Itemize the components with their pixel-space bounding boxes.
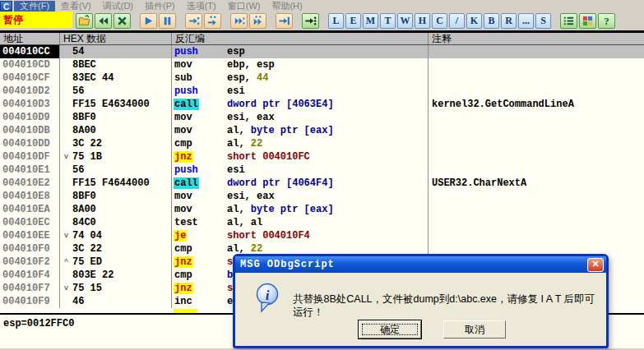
disasm-cell: moval, byte ptr [eax] — [172, 203, 429, 216]
menu-item-6[interactable]: 帮助(H) — [266, 1, 308, 12]
panel-button-E[interactable]: E — [345, 13, 361, 29]
table-row[interactable]: 004010DFv75 1Bjnzshort 004010FC — [0, 150, 644, 163]
menu-item-5[interactable]: 窗口(W) — [222, 1, 266, 12]
header-address[interactable]: 地址 — [0, 33, 60, 44]
table-row[interactable]: 004010CC54pushesp — [0, 45, 644, 58]
close-process-button[interactable] — [114, 13, 131, 29]
comment-cell — [429, 137, 644, 150]
cancel-button[interactable]: 取消 — [443, 320, 506, 338]
disasm-cell: jeshort 004010F4 — [172, 229, 429, 242]
header-disassembly[interactable]: 反汇编 — [172, 33, 429, 44]
comment-cell — [429, 58, 644, 71]
animate-into-button[interactable] — [230, 13, 248, 29]
hex-cell: 8BEC — [60, 58, 172, 71]
comment-cell: kernel32.GetCommandLineA — [429, 98, 644, 111]
hex-cell: 803E 22 — [60, 269, 172, 282]
jump-arrow-icon — [60, 98, 72, 111]
step-over-button[interactable] — [204, 13, 221, 29]
disasm-cell: pushesi — [172, 163, 429, 177]
go-to-address-button[interactable] — [302, 13, 319, 29]
operand: short 004010FC — [227, 150, 310, 163]
operand: al, — [227, 203, 251, 216]
comment-cell — [429, 163, 644, 177]
hex-cell: 46 — [60, 295, 172, 308]
operand: dword ptr [4064F4] — [227, 177, 334, 190]
jump-arrow-icon — [60, 295, 72, 308]
jump-arrow-icon — [60, 177, 72, 190]
panel-button-dots[interactable]: / — [449, 13, 465, 29]
panel-button-R[interactable]: R — [501, 13, 517, 29]
comment-cell — [429, 190, 644, 203]
panel-button-W[interactable]: W — [397, 13, 413, 29]
disasm-cell: moval, byte ptr [eax] — [172, 124, 429, 137]
operand: al, al — [227, 216, 262, 229]
table-row[interactable]: 004010DB8A00moval, byte ptr [eax] — [0, 124, 644, 137]
step-into-button[interactable] — [185, 13, 202, 29]
table-row[interactable]: 004010E156pushesi — [0, 163, 644, 177]
panel-button-C[interactable]: C — [432, 13, 447, 29]
address-cell: 004010F0 — [0, 242, 60, 256]
panel-button-T[interactable]: T — [380, 13, 396, 29]
header-comment[interactable]: 注释 — [429, 33, 644, 44]
table-row[interactable]: 004010E2FF15 F4644000calldword ptr [4064… — [0, 177, 644, 190]
operand: byte ptr [eax] — [251, 203, 334, 216]
table-row[interactable]: 004010CD8BECmovebp, esp — [0, 58, 644, 71]
mnemonic-text: mov — [174, 59, 193, 71]
close-icon[interactable]: ✕ — [587, 258, 604, 272]
operand: al, — [227, 124, 251, 137]
disasm-cell: cmpal, 22 — [172, 137, 429, 150]
open-file-button[interactable] — [76, 13, 93, 29]
jump-arrow-icon: ^ — [60, 256, 72, 269]
panel-button-H[interactable]: H — [415, 13, 430, 29]
menu-item-4[interactable]: 选项(T) — [181, 1, 222, 12]
table-row[interactable]: 004010D3FF15 E4634000calldword ptr [4063… — [0, 98, 644, 111]
help-button[interactable]: ? — [598, 13, 615, 29]
hex-bytes: 75 15 — [72, 282, 102, 295]
mnemonic-text: je — [174, 230, 187, 242]
dialog-title-bar[interactable]: MSG ODbgScript ✕ — [235, 256, 606, 273]
address-cell: 004010D9 — [0, 111, 60, 124]
hex-bytes: 8A00 — [72, 203, 96, 216]
hex-cell: v75 15 — [60, 282, 172, 295]
hex-cell: 54 — [60, 45, 172, 58]
animate-over-button[interactable] — [249, 13, 266, 29]
pause-button[interactable] — [159, 13, 176, 29]
panel-button-M[interactable]: M — [363, 13, 378, 29]
table-row[interactable]: 004010EC84C0testal, al — [0, 216, 644, 229]
table-row[interactable]: 004010EEv74 04jeshort 004010F4 — [0, 229, 644, 242]
cpu-window-icon[interactable]: C — [0, 1, 12, 12]
menu-item-3[interactable]: 插件(P) — [139, 1, 181, 12]
panel-button-S[interactable]: S — [535, 13, 551, 29]
table-row[interactable]: 004010CF83EC 44subesp, 44 — [0, 71, 644, 85]
ok-button[interactable]: 确定 — [359, 320, 421, 338]
mnemonic-text: call — [174, 177, 199, 189]
hex-bytes: 8BEC — [72, 58, 96, 71]
table-row[interactable]: 004010D256pushesi — [0, 85, 644, 98]
panel-button-B[interactable]: B — [484, 13, 499, 29]
options-button[interactable] — [560, 13, 577, 29]
hex-cell: FF15 F4644000 — [60, 177, 172, 190]
table-row[interactable]: 004010D98BF0movesi, eax — [0, 111, 644, 124]
mnemonic: sub — [172, 71, 227, 85]
header-hex-data[interactable]: HEX 数据 — [60, 33, 172, 44]
jump-arrow-icon — [60, 242, 72, 256]
address-cell: 004010D3 — [0, 98, 60, 111]
hex-cell: ^75 ED — [60, 256, 172, 269]
table-row[interactable]: 004010E88BF0movesi, eax — [0, 190, 644, 203]
hex-cell: 8BF0 — [60, 111, 172, 124]
status-pane: 暂停 — [0, 12, 72, 28]
execute-till-return-button[interactable] — [276, 13, 293, 29]
table-row[interactable]: 004010EA8A00moval, byte ptr [eax] — [0, 203, 644, 216]
appearance-button[interactable] — [579, 13, 596, 29]
operand: al, — [227, 137, 251, 150]
menu-item-1[interactable]: 查看(V) — [55, 1, 97, 12]
panel-button-L[interactable]: L — [328, 13, 344, 29]
table-row[interactable]: 004010DD3C 22cmpal, 22 — [0, 137, 644, 150]
panel-button-K[interactable]: K — [466, 13, 482, 29]
menu-item-0[interactable]: 文件(F) — [14, 1, 55, 12]
menu-item-2[interactable]: 调试(D) — [97, 1, 139, 12]
comment-cell — [429, 203, 644, 216]
run-button[interactable] — [140, 13, 157, 29]
restart-button[interactable] — [95, 13, 112, 29]
panel-button-dotsdotsdots[interactable]: ... — [518, 13, 534, 29]
